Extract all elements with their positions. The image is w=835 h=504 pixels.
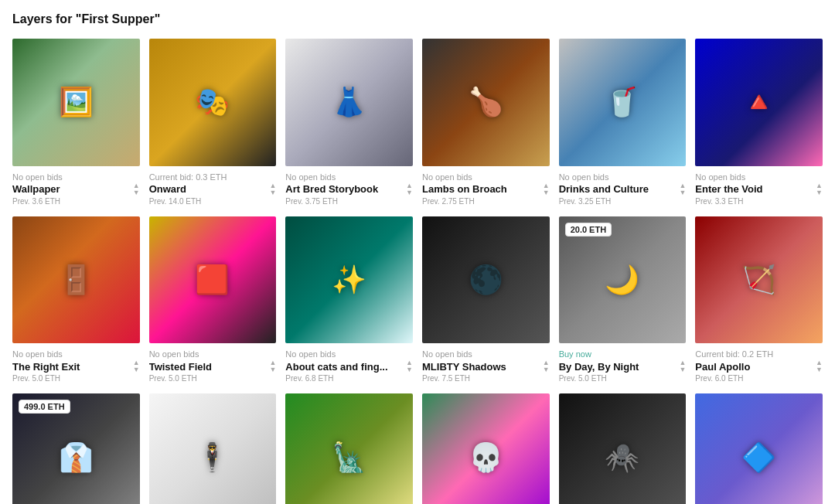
card-onward[interactable]: 🎭 Current bid: 0.3 ETH Onward ▲ ▼ Prev. …: [149, 39, 277, 207]
card-title-row-bred-storybook: Art Bred Storybook ▲ ▼: [285, 182, 413, 196]
card-title-row-drinks-culture: Drinks and Culture ▲ ▼: [559, 182, 687, 196]
card-thumbnail-paul-apollo: 🏹: [695, 216, 823, 344]
card-artprawn[interactable]: 🕷️ No open bids ArtPrawn ▲ ▼ Prev. 20.0 …: [559, 393, 687, 504]
card-thumbnail-enter-void: 🔺: [695, 39, 823, 166]
card-cats-fing[interactable]: ✨ No open bids About cats and fing... ▲ …: [285, 216, 413, 385]
card-sort-arrows-paul-apollo[interactable]: ▲ ▼: [816, 359, 823, 373]
card-statue-liberty[interactable]: 🗽 No open bids Stat(u)es of Liberty ▲ ▼ …: [285, 393, 413, 504]
card-image-twisted-field: 🟥: [149, 216, 277, 344]
card-info-paul-apollo: Current bid: 0.2 ETH Paul Apollo ▲ ▼ Pre…: [695, 343, 823, 384]
card-status-paul-apollo: Current bid: 0.2 ETH: [695, 349, 823, 359]
card-badge-decentral-eyes: 499.0 ETH: [19, 400, 70, 414]
card-sort-arrows-mlibty[interactable]: ▲ ▼: [543, 359, 550, 373]
card-prev-by-day: Prev. 5.0 ETH: [559, 374, 687, 383]
card-sort-arrows-onward[interactable]: ▲ ▼: [269, 182, 276, 196]
card-title-wallpaper: Wallpaper: [12, 183, 130, 195]
card-image-by-day: 🌙 20.0 ETH: [559, 216, 687, 344]
card-title-cats-fing: About cats and fing...: [285, 361, 403, 373]
card-paul-apollo[interactable]: 🏹 Current bid: 0.2 ETH Paul Apollo ▲ ▼ P…: [695, 216, 823, 385]
card-prev-twisted-field: Prev. 5.0 ETH: [149, 374, 277, 383]
card-thumbnail-drinks-culture: 🥤: [559, 39, 687, 166]
card-image-i-am-table: 🔷: [695, 393, 823, 504]
card-info-onward: Current bid: 0.3 ETH Onward ▲ ▼ Prev. 14…: [149, 166, 277, 207]
card-title-row-enter-void: Enter the Void ▲ ▼: [695, 182, 823, 196]
card-image-wallpaper: 🖼️: [12, 39, 140, 166]
card-enter-void[interactable]: 🔺 No open bids Enter the Void ▲ ▼ Prev. …: [695, 39, 823, 207]
card-sort-arrows-bred-storybook[interactable]: ▲ ▼: [406, 182, 413, 196]
card-prev-paul-apollo: Prev. 6.0 ETH: [695, 374, 823, 383]
card-sort-arrows-twisted-field[interactable]: ▲ ▼: [269, 359, 276, 373]
card-sort-arrows-cats-fing[interactable]: ▲ ▼: [406, 359, 413, 373]
card-image-statue-liberty: 🗽: [285, 393, 413, 504]
card-wallpaper[interactable]: 🖼️ No open bids Wallpaper ▲ ▼ Prev. 3.6 …: [12, 39, 140, 207]
card-prev-cats-fing: Prev. 6.8 ETH: [285, 374, 413, 383]
cards-grid: 🖼️ No open bids Wallpaper ▲ ▼ Prev. 3.6 …: [12, 39, 823, 504]
card-info-mlibty: No open bids MLIBTY Shadows ▲ ▼ Prev. 7.…: [422, 343, 550, 384]
card-image-judas: 🕴️: [149, 393, 277, 504]
card-status-cats-fing: No open bids: [285, 349, 413, 359]
card-title-enter-void: Enter the Void: [695, 183, 813, 195]
card-title-mlibty: MLIBTY Shadows: [422, 361, 540, 373]
card-info-enter-void: No open bids Enter the Void ▲ ▼ Prev. 3.…: [695, 166, 823, 207]
card-thumbnail-right-exit: 🚪: [12, 216, 140, 344]
card-by-day[interactable]: 🌙 20.0 ETH Buy now By Day, By Night ▲ ▼ …: [559, 216, 687, 385]
card-status-lambs-broach: No open bids: [422, 172, 550, 182]
card-image-paul-apollo: 🏹: [695, 216, 823, 344]
card-lambs-broach[interactable]: 🍗 No open bids Lambs on Broach ▲ ▼ Prev.…: [422, 39, 550, 207]
card-image-decentral-eyes: 👔 499.0 ETH: [12, 393, 140, 504]
card-thumbnail-cats-fing: ✨: [285, 216, 413, 344]
card-prev-drinks-culture: Prev. 3.25 ETH: [559, 197, 687, 206]
card-status-right-exit: No open bids: [12, 349, 140, 359]
card-badge-by-day: 20.0 ETH: [565, 223, 612, 237]
card-title-row-mlibty: MLIBTY Shadows ▲ ▼: [422, 359, 550, 373]
card-decentral-eyes[interactable]: 👔 499.0 ETH Buy now Decentral Eyes ▲ ▼ P…: [12, 393, 140, 504]
card-title-twisted-field: Twisted Field: [149, 361, 267, 373]
card-prev-lambs-broach: Prev. 2.75 ETH: [422, 197, 550, 206]
card-bred-storybook[interactable]: 👗 No open bids Art Bred Storybook ▲ ▼ Pr…: [285, 39, 413, 207]
card-title-onward: Onward: [149, 183, 267, 195]
card-twisted-field[interactable]: 🟥 No open bids Twisted Field ▲ ▼ Prev. 5…: [149, 216, 277, 385]
card-right-exit[interactable]: 🚪 No open bids The Right Exit ▲ ▼ Prev. …: [12, 216, 140, 385]
card-status-drinks-culture: No open bids: [559, 172, 687, 182]
card-status-bred-storybook: No open bids: [285, 172, 413, 182]
card-sort-arrows-enter-void[interactable]: ▲ ▼: [816, 182, 823, 196]
card-info-cats-fing: No open bids About cats and fing... ▲ ▼ …: [285, 343, 413, 384]
card-prev-onward: Prev. 14.0 ETH: [149, 197, 277, 206]
card-image-cats-fing: ✨: [285, 216, 413, 344]
card-title-row-cats-fing: About cats and fing... ▲ ▼: [285, 359, 413, 373]
card-drinks-culture[interactable]: 🥤 No open bids Drinks and Culture ▲ ▼ Pr…: [559, 39, 687, 207]
card-sort-arrows-lambs-broach[interactable]: ▲ ▼: [543, 182, 550, 196]
card-title-row-paul-apollo: Paul Apollo ▲ ▼: [695, 359, 823, 373]
card-prev-right-exit: Prev. 5.0 ETH: [12, 374, 140, 383]
card-thumbnail-mlibty: 🌑: [422, 216, 550, 344]
card-judas[interactable]: 🕴️ No open bids Judas officially ▲ ▼ Pre…: [149, 393, 277, 504]
card-sort-arrows-wallpaper[interactable]: ▲ ▼: [133, 182, 140, 196]
card-status-by-day: Buy now: [559, 349, 687, 359]
card-image-right-exit: 🚪: [12, 216, 140, 344]
card-info-by-day: Buy now By Day, By Night ▲ ▼ Prev. 5.0 E…: [559, 343, 687, 384]
card-image-onward: 🎭: [149, 39, 277, 166]
card-image-lambs-broach: 🍗: [422, 39, 550, 166]
card-status-enter-void: No open bids: [695, 172, 823, 182]
card-thumbnail-artprawn: 🕷️: [559, 393, 687, 504]
card-sort-arrows-right-exit[interactable]: ▲ ▼: [133, 359, 140, 373]
card-thumbnail-statue-liberty: 🗽: [285, 393, 413, 504]
card-title-row-onward: Onward ▲ ▼: [149, 182, 277, 196]
card-three-graces[interactable]: 💀 No open bids The three Graces ▲ ▼ Prev…: [422, 393, 550, 504]
card-image-artprawn: 🕷️: [559, 393, 687, 504]
page-title: Layers for "First Supper": [12, 12, 823, 26]
card-info-lambs-broach: No open bids Lambs on Broach ▲ ▼ Prev. 2…: [422, 166, 550, 207]
card-i-am-table[interactable]: 🔷 Current bid: 3.5 ETH I AM THE TABLE ▲ …: [695, 393, 823, 504]
card-mlibty[interactable]: 🌑 No open bids MLIBTY Shadows ▲ ▼ Prev. …: [422, 216, 550, 385]
card-title-row-right-exit: The Right Exit ▲ ▼: [12, 359, 140, 373]
card-sort-arrows-drinks-culture[interactable]: ▲ ▼: [679, 182, 686, 196]
card-thumbnail-twisted-field: 🟥: [149, 216, 277, 344]
card-thumbnail-onward: 🎭: [149, 39, 277, 166]
card-title-row-twisted-field: Twisted Field ▲ ▼: [149, 359, 277, 373]
card-prev-wallpaper: Prev. 3.6 ETH: [12, 197, 140, 206]
card-info-drinks-culture: No open bids Drinks and Culture ▲ ▼ Prev…: [559, 166, 687, 207]
card-info-bred-storybook: No open bids Art Bred Storybook ▲ ▼ Prev…: [285, 166, 413, 207]
card-status-wallpaper: No open bids: [12, 172, 140, 182]
card-title-row-lambs-broach: Lambs on Broach ▲ ▼: [422, 182, 550, 196]
card-sort-arrows-by-day[interactable]: ▲ ▼: [679, 359, 686, 373]
